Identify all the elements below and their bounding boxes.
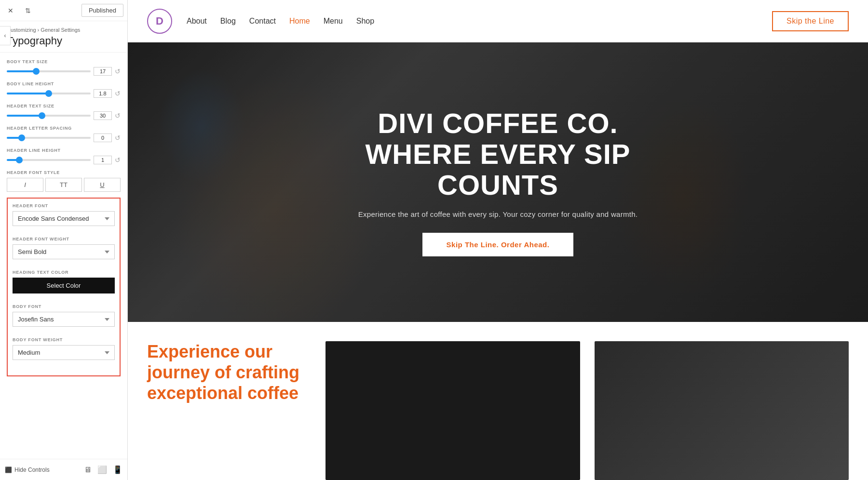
body-font-weight-label: BODY FONT WEIGHT [13,337,115,342]
header-text-size-track[interactable] [7,115,91,117]
desktop-icon[interactable]: 🖥 [84,466,92,474]
below-text: Experience our journey of crafting excep… [147,341,311,480]
nav-shop[interactable]: Shop [356,17,374,26]
right-content: D About Blog Contact Home Menu Shop Skip… [128,0,868,480]
header-font-style-label: HEADER FONT STYLE [7,170,121,175]
hero-subtitle: Experience the art of coffee with every … [325,210,672,218]
breadcrumb-area: Customizing › General Settings Typograph… [0,21,127,53]
breadcrumb-part2: General Settings [41,27,80,33]
header-letter-spacing-reset[interactable]: ↺ [115,134,121,141]
body-text-size-slider-row: 17 ↺ [7,67,121,76]
header-line-height-track[interactable] [7,159,91,161]
body-font-group: BODY FONT Josefin Sans Open Sans Roboto … [13,304,115,332]
customizer-panel: ✕ ⇅ Published ‹ Customizing › General Se… [0,0,128,480]
highlighted-section: HEADER FONT Encode Sans Condensed Open S… [7,198,121,376]
body-line-height-track[interactable] [7,93,91,94]
below-title: Experience our journey of crafting excep… [147,341,311,404]
underline-button[interactable]: U [84,178,121,192]
body-line-height-reset[interactable]: ↺ [115,90,121,97]
body-line-height-group: BODY LINE HEIGHT 1.8 ↺ [7,81,121,98]
header-line-height-group: HEADER LINE HEIGHT 1 ↺ [7,148,121,164]
back-button[interactable]: ‹ [0,26,11,45]
skip-the-line-button[interactable]: Skip the Line [772,11,849,31]
nav-about[interactable]: About [187,17,207,26]
body-font-label: BODY FONT [13,304,115,309]
hero-cta-button[interactable]: Skip The Line. Order Ahead. [422,233,574,256]
device-icons: 🖥 ⬜ 📱 [84,465,122,474]
nav-contact[interactable]: Contact [249,17,276,26]
header-font-label: HEADER FONT [13,203,115,208]
published-button[interactable]: Published [81,4,123,17]
tablet-icon[interactable]: ⬜ [97,465,107,474]
header-font-weight-label: HEADER FONT WEIGHT [13,237,115,241]
header-text-size-group: HEADER TEXT SIZE 30 ↺ [7,104,121,120]
below-image-2 [595,341,849,480]
header-line-height-label: HEADER LINE HEIGHT [7,148,121,153]
header-letter-spacing-track[interactable] [7,137,91,139]
bottom-bar: ⬛ Hide Controls 🖥 ⬜ 📱 [0,459,127,480]
heading-text-color-group: HEADING TEXT COLOR Select Color [13,270,115,298]
hero-content: DIVI COFFEE CO. WHERE EVERY SIP COUNTS E… [325,108,672,256]
below-hero: Experience our journey of crafting excep… [128,322,868,480]
heading-text-color-label: HEADING TEXT COLOR [13,270,115,275]
nav-menu[interactable]: Menu [324,17,343,26]
site-header: D About Blog Contact Home Menu Shop Skip… [128,0,868,42]
select-color-button[interactable]: Select Color [13,278,115,293]
nav-blog[interactable]: Blog [220,17,236,26]
panel-title: Typography [7,35,121,47]
header-font-group: HEADER FONT Encode Sans Condensed Open S… [13,203,115,231]
header-font-style-row: I TT U [7,178,121,192]
breadcrumb-part1: Customizing [7,27,36,33]
header-text-size-input[interactable]: 30 [94,111,112,120]
body-line-height-slider-row: 1.8 ↺ [7,89,121,98]
body-font-select[interactable]: Josefin Sans Open Sans Roboto Arial [13,312,115,327]
hero-title: DIVI COFFEE CO. WHERE EVERY SIP COUNTS [325,108,672,200]
caps-button[interactable]: TT [45,178,82,192]
header-line-height-slider-row: 1 ↺ [7,156,121,164]
header-line-height-reset[interactable]: ↺ [115,157,121,163]
body-font-weight-select[interactable]: Medium Bold Normal Light [13,345,115,360]
site-logo: D [147,9,172,34]
header-text-size-slider-row: 30 ↺ [7,111,121,120]
body-text-size-reset[interactable]: ↺ [115,68,121,75]
header-letter-spacing-label: HEADER LETTER SPACING [7,126,121,131]
settings-area: BODY TEXT SIZE 17 ↺ BODY LINE HEIGHT 1.8… [0,53,127,459]
below-image-1 [326,341,580,480]
monitor-icon: ⬛ [5,467,12,473]
nav-home[interactable]: Home [289,17,310,26]
arrows-icon[interactable]: ⇅ [21,4,35,17]
mobile-icon[interactable]: 📱 [113,465,122,474]
body-text-size-track[interactable] [7,70,91,72]
logo-letter: D [156,15,163,27]
breadcrumb: Customizing › General Settings [7,27,121,33]
header-font-style-group: HEADER FONT STYLE I TT U [7,170,121,192]
header-font-weight-group: HEADER FONT WEIGHT Semi Bold Bold Normal… [13,237,115,264]
body-line-height-input[interactable]: 1.8 [94,89,112,98]
header-letter-spacing-input[interactable]: 0 [94,133,112,142]
header-text-size-reset[interactable]: ↺ [115,112,121,119]
body-text-size-group: BODY TEXT SIZE 17 ↺ [7,59,121,76]
body-font-weight-group: BODY FONT WEIGHT Medium Bold Normal Ligh… [13,337,115,365]
header-letter-spacing-group: HEADER LETTER SPACING 0 ↺ [7,126,121,142]
header-line-height-input[interactable]: 1 [94,156,112,164]
header-font-weight-select[interactable]: Semi Bold Bold Normal Light [13,244,115,259]
italic-button[interactable]: I [7,178,43,192]
site-nav: About Blog Contact Home Menu Shop [187,17,374,26]
hero-section: DIVI COFFEE CO. WHERE EVERY SIP COUNTS E… [128,42,868,322]
hide-controls-label: Hide Controls [14,467,50,473]
header-text-size-label: HEADER TEXT SIZE [7,104,121,108]
top-bar: ✕ ⇅ Published [0,0,127,21]
breadcrumb-sep: › [38,27,40,33]
header-letter-spacing-slider-row: 0 ↺ [7,133,121,142]
header-font-select[interactable]: Encode Sans Condensed Open Sans Roboto L… [13,211,115,226]
body-text-size-input[interactable]: 17 [94,67,112,76]
body-line-height-label: BODY LINE HEIGHT [7,81,121,86]
hide-controls-button[interactable]: ⬛ Hide Controls [5,467,50,473]
close-icon[interactable]: ✕ [4,4,17,17]
body-text-size-label: BODY TEXT SIZE [7,59,121,64]
